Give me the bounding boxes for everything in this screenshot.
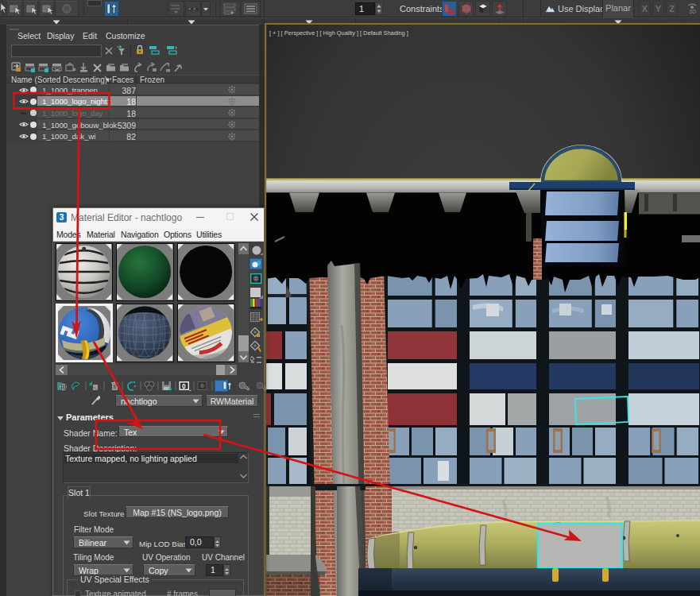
svg-text:0: 0 — [182, 382, 186, 390]
svg-text:3D: 3D — [689, 9, 696, 14]
svg-text:[ + ] [ Perspective ] [ High Q: [ + ] [ Perspective ] [ High Quality ] [… — [269, 29, 408, 37]
